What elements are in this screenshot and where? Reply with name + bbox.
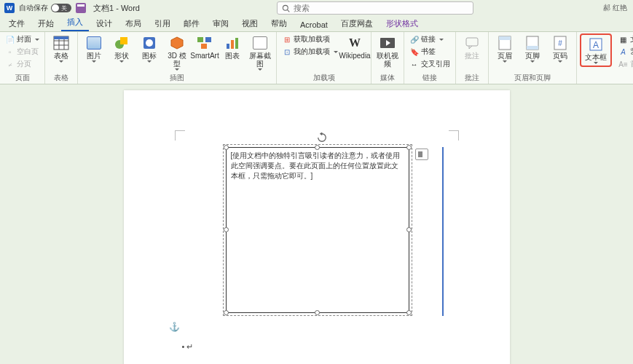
resize-handle-rm[interactable] — [406, 227, 412, 232]
resize-handle-tm[interactable] — [315, 145, 320, 150]
autosave-label: 自动保存 — [19, 3, 48, 13]
autosave-group: 自动保存 关 — [19, 3, 71, 13]
tab-shape-format[interactable]: 形状格式 — [380, 16, 424, 31]
tab-review[interactable]: 审阅 — [207, 16, 235, 31]
tab-help[interactable]: 帮助 — [265, 16, 293, 31]
svg-rect-21 — [466, 38, 478, 46]
cover-page-icon: 📄 — [5, 35, 15, 44]
icons-button[interactable]: 图标 — [136, 33, 162, 64]
svg-rect-16 — [227, 44, 229, 49]
tab-design[interactable]: 设计 — [90, 16, 118, 31]
group-media: 联机视频 媒体 — [371, 32, 404, 84]
blank-page-button[interactable]: ▫空白页 — [3, 46, 42, 58]
cover-page-button[interactable]: 📄封面 — [3, 33, 42, 45]
pictures-button[interactable]: 图片 — [81, 33, 107, 64]
svg-rect-14 — [205, 37, 211, 42]
tab-home[interactable]: 开始 — [32, 16, 60, 31]
tab-insert[interactable]: 插入 — [61, 15, 89, 31]
resize-handle-br[interactable] — [406, 310, 412, 315]
textbox-highlight: A文本框 — [580, 33, 612, 67]
document-title: 文档1 - Word — [93, 3, 140, 14]
bookmark-button[interactable]: 🔖书签 — [407, 46, 452, 58]
screenshot-icon — [252, 35, 268, 51]
margin-corner-tl — [175, 130, 185, 141]
tab-acrobat[interactable]: Acrobat — [294, 18, 334, 31]
anchor-icon: ⚓ — [169, 322, 180, 332]
chart-button[interactable]: 图表 — [219, 33, 245, 61]
wordart-icon: A — [618, 47, 628, 57]
ribbon-tabs: 文件 开始 插入 设计 布局 引用 邮件 审阅 视图 帮助 Acrobat 百度… — [0, 16, 633, 32]
3d-models-button[interactable]: 3D 模型 — [164, 33, 190, 72]
get-addins-icon: ⊞ — [282, 35, 291, 44]
group-text-label: 文本 — [580, 73, 633, 84]
group-comments: 批注 批注 — [456, 32, 489, 84]
group-pages: 📄封面 ▫空白页 ⌿分页 页面 — [0, 32, 45, 84]
get-addins-button[interactable]: ⊞获取加载项 — [280, 33, 340, 45]
group-headerfooter-label: 页眉和页脚 — [492, 73, 573, 84]
document-page[interactable]: [使用文档中的独特引言吸引读者的注意力，或者使用此空间强调要点。要在此页面上的任… — [124, 90, 510, 364]
resize-handle-lm[interactable] — [224, 227, 229, 232]
document-area[interactable]: [使用文档中的独特引言吸引读者的注意力，或者使用此空间强调要点。要在此页面上的任… — [0, 84, 633, 364]
group-addins: ⊞获取加载项 ⊡我的加载项 WWikipedia 加载项 — [277, 32, 371, 84]
textbox-content[interactable]: [使用文档中的独特引言吸引读者的注意力，或者使用此空间强调要点。要在此页面上的任… — [227, 148, 409, 184]
smartart-button[interactable]: SmartArt — [192, 33, 218, 61]
resize-handle-bl[interactable] — [224, 310, 229, 315]
resize-handle-bm[interactable] — [315, 310, 320, 315]
blank-page-icon: ▫ — [5, 47, 15, 57]
wikipedia-button[interactable]: WWikipedia — [342, 33, 368, 61]
tab-layout[interactable]: 布局 — [119, 16, 147, 31]
resize-handle-tr[interactable] — [406, 145, 412, 150]
crossref-button[interactable]: ↔交叉引用 — [407, 58, 452, 70]
table-button[interactable]: 表格 — [48, 33, 74, 64]
group-illustrations-label: 插图 — [81, 73, 273, 84]
my-addins-icon: ⊡ — [282, 47, 291, 57]
svg-rect-17 — [231, 40, 234, 49]
quickparts-button[interactable]: ▦文档部件 — [616, 33, 633, 45]
search-input[interactable] — [294, 4, 468, 12]
video-icon — [380, 35, 396, 51]
vertical-bar — [442, 147, 444, 316]
resize-handle-tl[interactable] — [224, 145, 229, 150]
tab-mailings[interactable]: 邮件 — [178, 16, 205, 31]
wikipedia-icon: W — [347, 35, 363, 51]
search-box[interactable] — [277, 1, 473, 15]
svg-text:#: # — [558, 39, 562, 47]
autosave-toggle[interactable]: 关 — [51, 4, 71, 12]
group-links: 🔗链接 🔖书签 ↔交叉引用 链接 — [404, 32, 456, 84]
header-button[interactable]: 页眉 — [492, 33, 518, 64]
layout-options-button[interactable] — [415, 149, 428, 160]
save-icon[interactable] — [76, 3, 86, 13]
pagenum-button[interactable]: #页码 — [547, 33, 573, 64]
3d-models-icon — [169, 35, 185, 51]
rotate-handle[interactable] — [317, 132, 327, 143]
dropcap-button[interactable]: A≡首字下沉 — [616, 58, 633, 70]
comment-button[interactable]: 批注 — [459, 33, 485, 61]
margin-corner-tr — [449, 130, 459, 141]
header-icon — [497, 35, 513, 51]
svg-line-1 — [288, 9, 290, 12]
svg-rect-23 — [499, 36, 511, 40]
svg-rect-7 — [54, 36, 68, 39]
tab-file[interactable]: 文件 — [3, 16, 31, 31]
link-button[interactable]: 🔗链接 — [407, 33, 452, 45]
footer-button[interactable]: 页脚 — [519, 33, 546, 64]
text-box[interactable]: [使用文档中的独特引言吸引读者的注意力，或者使用此空间强调要点。要在此页面上的任… — [226, 147, 409, 313]
group-links-label: 链接 — [407, 73, 452, 84]
tab-baidu[interactable]: 百度网盘 — [335, 16, 379, 31]
crossref-icon: ↔ — [409, 60, 419, 69]
footer-icon — [524, 35, 540, 51]
wordart-button[interactable]: A艺术字 — [616, 46, 633, 58]
shapes-button[interactable]: 形状 — [109, 33, 135, 64]
svg-rect-9 — [120, 37, 127, 44]
online-video-button[interactable]: 联机视频 — [374, 33, 401, 69]
pictures-icon — [86, 35, 102, 51]
ribbon: 📄封面 ▫空白页 ⌿分页 页面 表格 表格 图片 形状 图标 3D 模型 Sma… — [0, 32, 633, 84]
group-comments-label: 批注 — [459, 73, 485, 84]
textbox-button[interactable]: A文本框 — [583, 35, 609, 66]
my-addins-button[interactable]: ⊡我的加载项 — [280, 46, 340, 58]
tab-view[interactable]: 视图 — [236, 16, 264, 31]
group-tables: 表格 表格 — [45, 32, 78, 84]
tab-references[interactable]: 引用 — [149, 16, 176, 31]
screenshot-button[interactable]: 屏幕截图 — [247, 33, 273, 72]
page-break-button[interactable]: ⌿分页 — [3, 58, 42, 70]
